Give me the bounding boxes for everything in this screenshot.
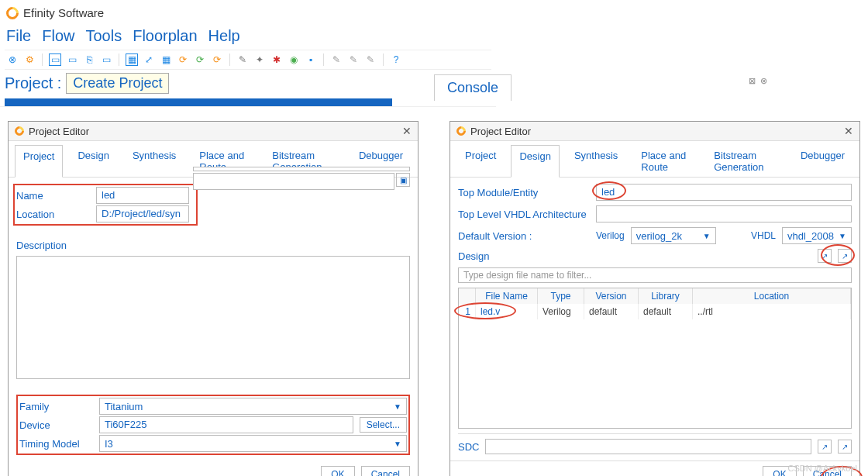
vhdl-label: VHDL	[751, 230, 776, 241]
detach-icon[interactable]: ⊠	[749, 76, 756, 86]
browse-location-icon[interactable]: ▣	[396, 173, 410, 187]
chevron-down-icon: ▼	[703, 232, 711, 240]
folder-open-icon[interactable]: ▭	[49, 53, 61, 66]
grid-icon[interactable]: ▦	[160, 53, 172, 66]
close-icon[interactable]: ⊗	[6, 53, 19, 66]
menu-floorplan[interactable]: Floorplan	[133, 27, 197, 45]
close-icon[interactable]: ✕	[402, 125, 412, 137]
magic-icon[interactable]: ✦	[253, 53, 266, 66]
design-section-label: Design	[458, 250, 489, 262]
wand-icon[interactable]: ✎	[236, 53, 249, 66]
add-sdc-icon[interactable]: ↗	[818, 440, 832, 454]
dialog-title: Project Editor	[29, 126, 89, 137]
remove-design-icon[interactable]: ↗	[838, 249, 852, 263]
location-label: Location	[16, 209, 90, 220]
separator	[42, 53, 43, 66]
menu-tools[interactable]: Tools	[85, 27, 122, 45]
bug-icon[interactable]: ✱	[270, 53, 283, 66]
family-dropdown[interactable]: Titanium▼	[99, 398, 407, 415]
script-icon[interactable]: ▪	[305, 53, 317, 66]
add-design-icon[interactable]: ↗	[818, 249, 832, 263]
top-module-input[interactable]: led	[596, 184, 852, 201]
toolbar: ⊗ ⚙ ▭ ▭ ⎘ ▭ ▦ ⤢ ▦ ⟳ ⟳ ⟳ ✎ ✦ ✱ ◉ ▪ ✎ ✎ ✎ …	[5, 50, 491, 70]
close-panel-icon[interactable]: ⊗	[760, 76, 767, 86]
tab-synthesis[interactable]: Synthesis	[124, 144, 184, 177]
col-version[interactable]: Version	[584, 288, 639, 304]
verilog-dropdown[interactable]: verilog_2k▼	[631, 227, 716, 244]
create-project-tooltip[interactable]: Create Project	[66, 73, 169, 94]
attach3-icon[interactable]: ✎	[364, 53, 377, 66]
tab-design[interactable]: Design	[511, 145, 559, 178]
dialog-logo-icon	[15, 126, 24, 136]
row-version: default	[584, 304, 639, 319]
sdc-input[interactable]	[485, 439, 811, 454]
tab-project[interactable]: Project	[456, 144, 505, 177]
design-filter-input[interactable]: Type design file name to filter...	[458, 267, 852, 283]
folder-icon[interactable]: ▭	[66, 53, 78, 66]
location-input[interactable]: D:/Project/led/syn	[96, 205, 189, 222]
chevron-down-icon: ▼	[839, 232, 846, 240]
tab-project[interactable]: Project	[15, 145, 63, 178]
menu-flow[interactable]: Flow	[42, 27, 74, 45]
layout-icon[interactable]: ▦	[126, 53, 138, 66]
chevron-down-icon: ▼	[394, 440, 401, 448]
cancel-button[interactable]: Cancel	[361, 466, 410, 476]
select-device-button[interactable]: Select...	[360, 417, 407, 433]
chevron-down-icon: ▼	[394, 402, 401, 411]
window-controls: ⊠ ⊗	[749, 76, 767, 86]
sync-icon[interactable]: ⟳	[211, 53, 223, 66]
table-row[interactable]: 1 led.v Verilog default default ../rtl	[459, 304, 851, 319]
family-label: Family	[19, 401, 93, 412]
timing-label: Timing Model	[19, 438, 93, 450]
attach-icon[interactable]: ✎	[330, 53, 343, 66]
tab-debugger[interactable]: Debugger	[792, 144, 853, 177]
tab-design[interactable]: Design	[69, 144, 117, 177]
project-row: Project : Create Project	[5, 70, 491, 97]
help-icon[interactable]: ?	[390, 53, 402, 66]
attach2-icon[interactable]: ✎	[347, 53, 360, 66]
link-icon[interactable]: ⟳	[177, 53, 189, 66]
description-textarea[interactable]	[16, 256, 410, 379]
col-location[interactable]: Location	[693, 288, 851, 304]
tab-bitstream[interactable]: Bitstream Generation	[705, 144, 786, 177]
menu-file[interactable]: File	[6, 27, 31, 45]
gear-icon[interactable]: ⚙	[23, 53, 36, 66]
save-icon[interactable]: ▭	[100, 53, 112, 66]
sdc-label: SDC	[458, 441, 479, 453]
menu-help[interactable]: Help	[208, 27, 240, 45]
new-file-icon[interactable]: ⎘	[83, 53, 95, 66]
tab-place-route[interactable]: Place and Route	[632, 144, 699, 177]
circle-icon[interactable]: ◉	[288, 53, 300, 66]
vhdl-dropdown[interactable]: vhdl_2008▼	[782, 227, 852, 244]
app-title-text: Efinity Software	[23, 6, 104, 19]
project-editor-dialog-2: Project Editor ✕ Project Design Synthesi…	[450, 121, 860, 476]
separator	[119, 53, 119, 66]
console-tab[interactable]: Console	[434, 74, 512, 101]
top-arch-input[interactable]	[596, 205, 852, 222]
timing-dropdown[interactable]: I3▼	[99, 435, 407, 452]
col-filename[interactable]: File Name	[476, 288, 538, 304]
project-label: Project :	[5, 74, 61, 92]
separator	[323, 53, 324, 66]
location-input-ext[interactable]	[193, 173, 394, 190]
row-filename: led.v	[476, 304, 538, 319]
annotation-box: Name led Location D:/Project/led/syn	[13, 184, 198, 226]
ok-button[interactable]: OK	[321, 466, 354, 476]
menubar: File Flow Tools Floorplan Help	[5, 22, 491, 50]
separator	[229, 53, 230, 66]
device-label: Device	[19, 419, 93, 431]
col-type[interactable]: Type	[538, 288, 584, 304]
fit-icon[interactable]: ⤢	[143, 53, 155, 66]
watermark: CSDN @Ackykoel	[788, 464, 857, 473]
name-label: Name	[16, 190, 90, 202]
separator	[383, 53, 384, 66]
refresh-icon[interactable]: ⟳	[194, 53, 206, 66]
tab-synthesis[interactable]: Synthesis	[566, 144, 626, 177]
device-input[interactable]: Ti60F225	[99, 416, 353, 433]
name-input-ext[interactable]	[193, 167, 410, 171]
col-library[interactable]: Library	[639, 288, 693, 304]
name-input[interactable]: led	[96, 187, 189, 204]
remove-sdc-icon[interactable]: ↗	[838, 440, 852, 454]
close-icon[interactable]: ✕	[844, 125, 853, 137]
default-version-label: Default Version :	[458, 230, 590, 242]
